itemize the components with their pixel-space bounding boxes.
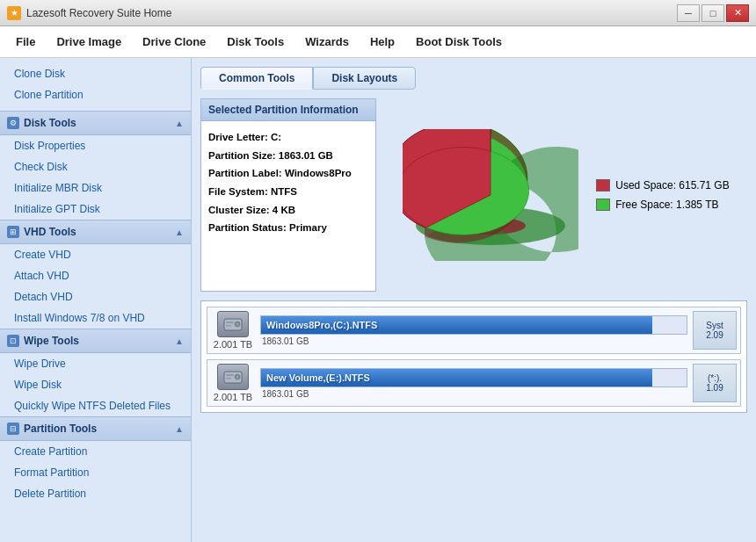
disk-bar-area-1: New Volume,(E:).NTFS 1863.01 GB: [260, 368, 687, 399]
menu-item-drive-clone[interactable]: Drive Clone: [134, 32, 214, 52]
tab-disk-layouts[interactable]: Disk Layouts: [313, 67, 416, 90]
disk-icon-area-0: 2.001 TB: [211, 311, 255, 350]
sidebar-item-wipe-disk[interactable]: Wipe Disk: [0, 374, 191, 395]
content-area: Common ToolsDisk Layouts Selected Partit…: [192, 58, 756, 542]
sidebar-item-initialize-gpt-disk[interactable]: Initialize GPT Disk: [0, 199, 191, 220]
main-area: Clone DiskClone Partition ⚙ Disk Tools ▲…: [0, 58, 756, 542]
sidebar: Clone DiskClone Partition ⚙ Disk Tools ▲…: [0, 58, 192, 542]
pie-and-legend: Used Space: 615.71 GB Free Space: 1.385 …: [403, 129, 729, 261]
svg-rect-12: [226, 378, 231, 379]
section-header-left: ⊟ Partition Tools: [7, 423, 97, 435]
disk-extra-0: Syst 2.09: [693, 311, 737, 350]
partition-info-field: File System: NTFS: [208, 183, 368, 201]
chevron-wipe-tools: ▲: [175, 336, 184, 346]
sidebar-item-install-windows-7/8-on-vhd[interactable]: Install Windows 7/8 on VHD: [0, 307, 191, 329]
menu-item-drive-image[interactable]: Drive Image: [47, 32, 130, 52]
sidebar-item-detach-vhd[interactable]: Detach VHD: [0, 286, 191, 307]
window-title: Lazesoft Recovery Suite Home: [26, 7, 171, 19]
svg-rect-11: [226, 374, 234, 376]
disk-bar-outer-1: New Volume,(E:).NTFS: [260, 368, 687, 387]
sidebar-item-clone-disk[interactable]: Clone Disk: [0, 63, 191, 84]
partition-info-field: Partition Size: 1863.01 GB: [208, 147, 368, 165]
disk-icon-0: [217, 311, 249, 337]
section-header-vhd-tools[interactable]: ⊞ VHD Tools ▲: [0, 220, 191, 244]
partition-info-panel: Selected Partition Information Drive Let…: [200, 98, 376, 292]
section-icon-wipe-tools: ⊡: [7, 335, 19, 347]
pie-chart: [403, 129, 578, 261]
sidebar-item-format-partition[interactable]: Format Partition: [0, 462, 191, 483]
disk-row-1: 2.001 TB New Volume,(E:).NTFS 1863.01 GB…: [207, 359, 741, 407]
chart-area: Used Space: 615.71 GB Free Space: 1.385 …: [385, 98, 747, 292]
section-icon-disk-tools: ⚙: [7, 117, 19, 129]
section-header-disk-tools[interactable]: ⚙ Disk Tools ▲: [0, 111, 191, 135]
sidebar-item-check-disk[interactable]: Check Disk: [0, 156, 191, 177]
sidebar-item-create-partition[interactable]: Create Partition: [0, 441, 191, 462]
disk-bar-area-0: Windows8Pro,(C:).NTFS 1863.01 GB: [260, 315, 687, 346]
free-color-swatch: [596, 199, 610, 211]
partition-info-body: Drive Letter: C:Partition Size: 1863.01 …: [201, 121, 375, 286]
legend-used: Used Space: 615.71 GB: [596, 179, 729, 192]
partition-info-field: Cluster Size: 4 KB: [208, 201, 368, 220]
menu-item-disk-tools[interactable]: Disk Tools: [218, 32, 293, 52]
menubar: FileDrive ImageDrive CloneDisk ToolsWiza…: [0, 26, 756, 58]
section-title-wipe-tools: Wipe Tools: [24, 335, 79, 347]
sidebar-item-quickly-wipe-ntfs-deleted-files[interactable]: Quickly Wipe NTFS Deleted Files: [0, 395, 191, 416]
chart-legend: Used Space: 615.71 GB Free Space: 1.385 …: [596, 179, 729, 211]
disk-bar-outer-0: Windows8Pro,(C:).NTFS: [260, 315, 687, 335]
svg-rect-7: [226, 325, 231, 327]
sidebar-item-disk-properties[interactable]: Disk Properties: [0, 135, 191, 156]
svg-rect-6: [226, 322, 234, 323]
section-title-partition-tools: Partition Tools: [24, 423, 97, 435]
sidebar-item-initialize-mbr-disk[interactable]: Initialize MBR Disk: [0, 177, 191, 199]
disk-bar-sublabel-1: 1863.01 GB: [260, 389, 687, 399]
disk-size-0: 2.001 TB: [214, 339, 252, 350]
section-icon-partition-tools: ⊟: [7, 423, 19, 435]
section-header-left: ⚙ Disk Tools: [7, 117, 76, 129]
disk-icon-1: [217, 364, 249, 390]
section-title-vhd-tools: VHD Tools: [24, 226, 76, 238]
sidebar-item-create-vhd[interactable]: Create VHD: [0, 244, 191, 265]
app-icon: ★: [7, 6, 21, 20]
menu-item-boot-disk-tools[interactable]: Boot Disk Tools: [407, 32, 511, 52]
partition-info-header: Selected Partition Information: [201, 99, 375, 121]
partition-info-field: Partition Status: Primary: [208, 219, 368, 237]
tabs-bar: Common ToolsDisk Layouts: [200, 67, 747, 90]
section-header-left: ⊡ Wipe Tools: [7, 335, 79, 347]
section-header-wipe-tools[interactable]: ⊡ Wipe Tools ▲: [0, 329, 191, 353]
disk-area: 2.001 TB Windows8Pro,(C:).NTFS 1863.01 G…: [200, 300, 747, 413]
menu-item-wizards[interactable]: Wizards: [296, 32, 358, 52]
sidebar-item-attach-vhd[interactable]: Attach VHD: [0, 265, 191, 286]
window-controls: ─ □ ✕: [677, 4, 749, 22]
svg-point-5: [236, 323, 238, 325]
chevron-partition-tools: ▲: [175, 424, 184, 434]
partition-info-field: Partition Label: Windows8Pro: [208, 164, 368, 183]
section-title-disk-tools: Disk Tools: [24, 117, 76, 129]
disk-extra-1: (*:). 1.09: [693, 364, 737, 402]
disk-bar-label-1: New Volume,(E:).NTFS: [266, 372, 370, 383]
used-label: Used Space: 615.71 GB: [615, 179, 729, 192]
titlebar-left: ★ Lazesoft Recovery Suite Home: [7, 6, 171, 20]
minimize-button[interactable]: ─: [677, 4, 700, 22]
close-button[interactable]: ✕: [726, 4, 749, 22]
disk-icon-area-1: 2.001 TB: [211, 364, 255, 402]
disk-bar-sublabel-0: 1863.01 GB: [260, 336, 687, 346]
legend-free: Free Space: 1.385 TB: [596, 199, 729, 211]
sidebar-sections: ⚙ Disk Tools ▲ Disk PropertiesCheck Disk…: [0, 111, 191, 504]
disk-bar-label-0: Windows8Pro,(C:).NTFS: [266, 320, 377, 330]
maximize-button[interactable]: □: [701, 4, 724, 22]
section-header-partition-tools[interactable]: ⊟ Partition Tools ▲: [0, 416, 191, 441]
menu-item-file[interactable]: File: [7, 32, 44, 52]
sidebar-item-clone-partition[interactable]: Clone Partition: [0, 84, 191, 105]
disk-row-0: 2.001 TB Windows8Pro,(C:).NTFS 1863.01 G…: [207, 307, 741, 354]
section-icon-vhd-tools: ⊞: [7, 226, 19, 238]
sidebar-item-wipe-drive[interactable]: Wipe Drive: [0, 353, 191, 374]
menu-item-help[interactable]: Help: [361, 32, 403, 52]
sidebar-item-delete-partition[interactable]: Delete Partition: [0, 483, 191, 504]
tab-common-tools[interactable]: Common Tools: [200, 67, 313, 90]
partition-info-field: Drive Letter: C:: [208, 128, 368, 147]
svg-point-10: [236, 376, 238, 378]
free-label: Free Space: 1.385 TB: [615, 199, 718, 211]
used-color-swatch: [596, 179, 610, 192]
titlebar: ★ Lazesoft Recovery Suite Home ─ □ ✕: [0, 0, 756, 26]
chevron-vhd-tools: ▲: [175, 228, 184, 237]
